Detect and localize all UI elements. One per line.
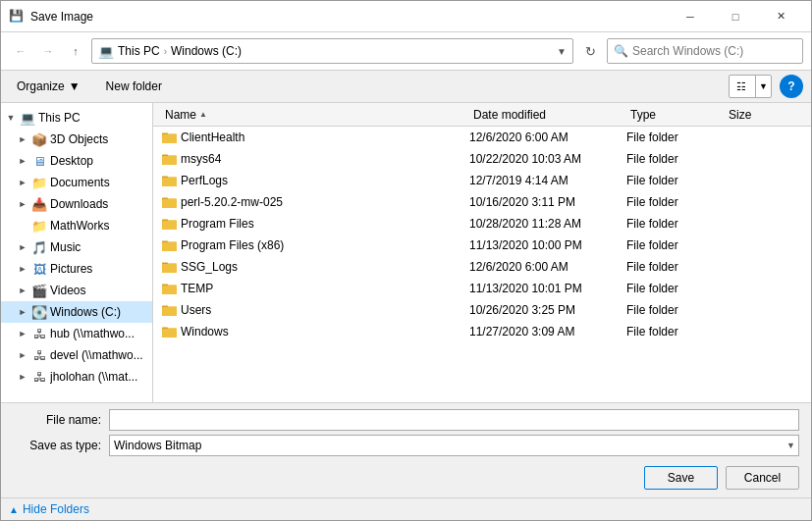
back-button[interactable]: ← bbox=[9, 39, 32, 63]
search-box[interactable]: 🔍 bbox=[607, 38, 803, 64]
title-bar: 💾 Save Image ─ □ ✕ bbox=[1, 1, 811, 32]
folder-icon bbox=[161, 216, 177, 232]
file-row[interactable]: Windows11/27/2020 3:09 AMFile folder bbox=[153, 321, 811, 342]
file-name: Program Files (x86) bbox=[181, 238, 469, 252]
organize-chevron-icon: ▼ bbox=[69, 79, 81, 93]
file-row[interactable]: Users10/26/2020 3:25 PMFile folder bbox=[153, 299, 811, 321]
cancel-button[interactable]: Cancel bbox=[726, 466, 799, 490]
address-toolbar: ← → ↑ 💻 This PC › Windows (C:) ▼ ↻ 🔍 bbox=[1, 32, 811, 71]
search-input[interactable] bbox=[632, 44, 796, 58]
search-icon: 🔍 bbox=[614, 44, 628, 58]
file-row[interactable]: TEMP11/13/2020 10:01 PMFile folder bbox=[153, 278, 811, 299]
label-music: Music bbox=[50, 240, 81, 254]
sidebar-item-devel[interactable]: ► 🖧 devel (\\mathwo... bbox=[1, 344, 152, 366]
view-icon-button[interactable]: ☷ bbox=[730, 76, 753, 97]
file-row[interactable]: Program Files (x86)11/13/2020 10:00 PMFi… bbox=[153, 234, 811, 256]
label-devel: devel (\\mathwo... bbox=[50, 348, 143, 362]
address-dropdown-icon: ▼ bbox=[557, 46, 567, 57]
sidebar-item-jholohan[interactable]: ► 🖧 jholohan (\\mat... bbox=[1, 366, 152, 388]
expand-icon-documents: ► bbox=[17, 177, 28, 188]
forward-button[interactable]: → bbox=[36, 39, 60, 63]
icon-videos: 🎬 bbox=[31, 283, 47, 298]
folder-icon bbox=[161, 130, 177, 145]
file-name: perl-5.20.2-mw-025 bbox=[181, 195, 469, 209]
svg-rect-26 bbox=[162, 307, 177, 316]
view-chevron-button[interactable]: ▼ bbox=[755, 76, 771, 97]
maximize-button[interactable]: □ bbox=[713, 1, 758, 32]
file-list-scroll[interactable]: ClientHealth12/6/2020 6:00 AMFile folder… bbox=[153, 127, 811, 402]
file-date: 10/26/2020 3:25 PM bbox=[469, 303, 626, 317]
file-list-area: Name ▲ Date modified Type Size ClientHea… bbox=[153, 103, 811, 402]
address-bar[interactable]: 💻 This PC › Windows (C:) ▼ bbox=[91, 38, 573, 64]
file-type: File folder bbox=[626, 303, 725, 317]
svg-rect-29 bbox=[162, 329, 177, 338]
sidebar-item-mathworks[interactable]: ► 📁 MathWorks bbox=[1, 215, 152, 236]
sidebar-item-downloads[interactable]: ► 📥 Downloads bbox=[1, 193, 152, 215]
col-header-size[interactable]: Size bbox=[725, 103, 803, 126]
save-image-dialog: 💾 Save Image ─ □ ✕ ← → ↑ 💻 This PC › Win… bbox=[0, 0, 812, 521]
sidebar-item-pictures[interactable]: ► 🖼 Pictures bbox=[1, 258, 152, 280]
address-separator-1: › bbox=[164, 46, 167, 57]
organize-button[interactable]: Organize ▼ bbox=[9, 77, 88, 96]
file-row[interactable]: perl-5.20.2-mw-02510/16/2020 3:11 PMFile… bbox=[153, 191, 811, 213]
folder-icon bbox=[161, 281, 177, 296]
up-button[interactable]: ↑ bbox=[64, 39, 87, 63]
savetype-select-wrapper: Windows Bitmap JPEG PNG TIFF GIF ▼ bbox=[109, 435, 799, 456]
file-row[interactable]: ClientHealth12/6/2020 6:00 AMFile folder bbox=[153, 127, 811, 148]
label-pictures: Pictures bbox=[50, 262, 92, 276]
file-name: Users bbox=[181, 303, 469, 317]
save-button[interactable]: Save bbox=[644, 466, 718, 490]
minimize-button[interactable]: ─ bbox=[668, 1, 713, 32]
file-row[interactable]: PerfLogs12/7/2019 4:14 AMFile folder bbox=[153, 170, 811, 191]
file-list-header: Name ▲ Date modified Type Size bbox=[153, 103, 811, 127]
folder-icon bbox=[161, 194, 177, 210]
file-name: PerfLogs bbox=[181, 174, 469, 187]
sidebar-item-windows-c[interactable]: ► 💽 Windows (C:) bbox=[1, 301, 152, 323]
expand-icon-3d-objects: ► bbox=[17, 133, 28, 145]
col-header-date[interactable]: Date modified bbox=[469, 103, 626, 126]
second-toolbar: Organize ▼ New folder ☷ ▼ ? bbox=[1, 71, 811, 103]
window-controls: ─ □ ✕ bbox=[668, 1, 803, 32]
hide-folders-icon: ▲ bbox=[9, 504, 19, 515]
expand-icon-desktop: ► bbox=[17, 155, 28, 167]
close-button[interactable]: ✕ bbox=[758, 1, 803, 32]
file-name: msys64 bbox=[181, 152, 469, 166]
sidebar-item-desktop[interactable]: ► 🖥 Desktop bbox=[1, 150, 152, 172]
icon-devel: 🖧 bbox=[31, 347, 47, 363]
refresh-button[interactable]: ↻ bbox=[577, 38, 603, 64]
expand-icon-hub: ► bbox=[17, 328, 28, 339]
expand-icon-pictures: ► bbox=[17, 263, 28, 275]
filename-label: File name: bbox=[13, 413, 101, 427]
file-date: 11/27/2020 3:09 AM bbox=[469, 325, 626, 339]
col-header-name[interactable]: Name ▲ bbox=[161, 103, 469, 126]
file-row[interactable]: Program Files10/28/2020 11:28 AMFile fol… bbox=[153, 213, 811, 234]
filename-input[interactable] bbox=[109, 409, 799, 431]
folder-icon bbox=[161, 173, 177, 188]
new-folder-button[interactable]: New folder bbox=[96, 77, 172, 96]
button-row: Save Cancel bbox=[1, 466, 811, 497]
file-date: 10/22/2020 10:03 AM bbox=[469, 152, 626, 166]
label-windows-c: Windows (C:) bbox=[50, 305, 121, 319]
label-jholohan: jholohan (\\mat... bbox=[50, 370, 137, 384]
file-type: File folder bbox=[626, 217, 725, 231]
label-hub: hub (\\mathwo... bbox=[50, 327, 135, 340]
col-header-type[interactable]: Type bbox=[626, 103, 725, 126]
sidebar-item-this-pc[interactable]: ▼ 💻 This PC bbox=[1, 107, 152, 129]
help-button[interactable]: ? bbox=[780, 75, 803, 98]
expand-icon-downloads: ► bbox=[17, 198, 28, 210]
svg-rect-17 bbox=[162, 242, 177, 251]
sidebar-item-music[interactable]: ► 🎵 Music bbox=[1, 236, 152, 258]
hide-folders-bar[interactable]: ▲ Hide Folders bbox=[1, 497, 811, 520]
icon-3d-objects: 📦 bbox=[31, 131, 47, 147]
sidebar-item-videos[interactable]: ► 🎬 Videos bbox=[1, 280, 152, 301]
file-row[interactable]: SSG_Logs12/6/2020 6:00 AMFile folder bbox=[153, 256, 811, 278]
file-date: 11/13/2020 10:00 PM bbox=[469, 238, 626, 252]
sidebar-item-hub[interactable]: ► 🖧 hub (\\mathwo... bbox=[1, 323, 152, 344]
savetype-label: Save as type: bbox=[13, 439, 101, 452]
sidebar-item-3d-objects[interactable]: ► 📦 3D Objects bbox=[1, 129, 152, 150]
file-row[interactable]: msys6410/22/2020 10:03 AMFile folder bbox=[153, 148, 811, 170]
sidebar-item-documents[interactable]: ► 📁 Documents bbox=[1, 172, 152, 193]
file-name: TEMP bbox=[181, 282, 469, 295]
savetype-select[interactable]: Windows Bitmap JPEG PNG TIFF GIF bbox=[109, 435, 799, 456]
file-type: File folder bbox=[626, 238, 725, 252]
